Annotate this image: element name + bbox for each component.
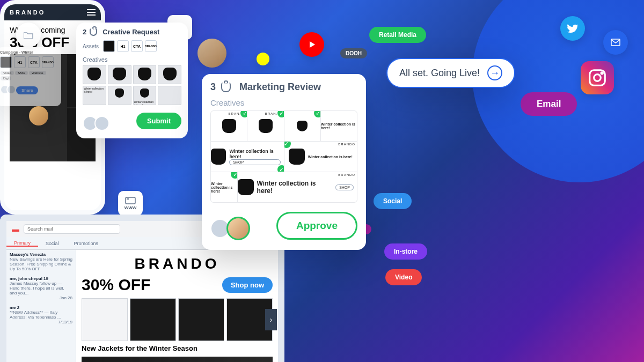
- marketing-review-card: 3 Marketing Review Creatives BRANDO✓ BRA…: [202, 74, 366, 250]
- review-avatars: [210, 217, 250, 240]
- bell-icon: [221, 83, 231, 92]
- dooh-pill: DOOH: [340, 48, 367, 58]
- in-store-pill: In-store: [384, 243, 427, 260]
- going-live-text: All set. Going Live!: [399, 68, 480, 79]
- asset-chip-h1: H1: [117, 40, 129, 52]
- creative-request-card: 2 Creative Request Assets H1 CTA BRANDO …: [76, 23, 188, 138]
- caption-text: New Jackets for the Winter Season: [82, 344, 273, 352]
- twitter-icon: [560, 16, 585, 41]
- video-hero[interactable]: Winter is coming Shop the latest seasona…: [82, 357, 273, 362]
- marketing-review-title: Marketing Review: [239, 82, 321, 93]
- campaign-title: Campaign - Winter: [0, 50, 58, 54]
- hamburger-icon[interactable]: [87, 12, 96, 13]
- campaign-bg-card: Campaign - Winter H1CTABRANDO VideoSMGWe…: [0, 47, 61, 106]
- discount-text: 30% OFF: [82, 276, 150, 294]
- svg-point-7: [127, 198, 128, 199]
- creative-request-count: 2: [83, 28, 86, 36]
- submit-button[interactable]: Submit: [136, 113, 181, 129]
- mail-icon: [603, 30, 628, 55]
- inbox-list: Massey's VeneziaNew Savings are Here for…: [6, 250, 76, 362]
- avatar-reviewer-1: [197, 39, 226, 68]
- snapchat-icon: [257, 53, 269, 65]
- bell-icon: [90, 28, 97, 36]
- svg-point-8: [128, 198, 129, 199]
- social-pill: Social: [374, 193, 412, 209]
- instagram-icon: [581, 61, 614, 94]
- review-count: 3: [210, 82, 216, 93]
- email-preview: BRANDO 30% OFF Shop now › New Jackets fo…: [76, 250, 278, 362]
- jacket-carousel[interactable]: ›: [82, 298, 273, 341]
- svg-rect-0: [611, 39, 620, 46]
- email-brand: BRANDO: [82, 255, 273, 272]
- inbox-row[interactable]: me 2**NEW Address** — Italy Address: Via…: [6, 303, 76, 327]
- svg-point-3: [601, 72, 603, 74]
- retail-media-pill: Retail Media: [369, 27, 426, 43]
- asset-chip-cta: CTA: [131, 40, 143, 52]
- share-button[interactable]: Share: [16, 86, 38, 94]
- shop-now-button[interactable]: Shop now: [222, 277, 273, 293]
- phone-brand: BRANDO: [10, 9, 45, 16]
- inbox-row[interactable]: me, john chepul 19James Massey follow up…: [6, 274, 76, 303]
- review-grid: BRANDO✓ BRANDO✓ ✓ Winter collection is h…: [210, 110, 357, 203]
- www-badge: WWW: [118, 191, 143, 216]
- tab-primary[interactable]: Primary: [6, 240, 38, 247]
- asset-chip-brand: BRANDO: [145, 40, 157, 52]
- email-pill: Email: [521, 92, 577, 116]
- asset-chip-image: [103, 40, 115, 52]
- video-pill: Video: [385, 269, 422, 285]
- arrow-right-icon: →: [487, 65, 502, 80]
- going-live-status: All set. Going Live! →: [386, 58, 515, 88]
- assets-label: Assets: [83, 43, 99, 49]
- creative-request-title: Creative Request: [103, 28, 159, 36]
- carousel-next-icon[interactable]: ›: [265, 309, 277, 330]
- tab-promotions[interactable]: Promotions: [67, 241, 106, 246]
- inbox-row[interactable]: Massey's VeneziaNew Savings are Here for…: [6, 250, 76, 274]
- approve-button[interactable]: Approve: [276, 212, 357, 240]
- search-input[interactable]: [24, 224, 120, 234]
- request-avatars: [83, 116, 109, 131]
- svg-point-2: [594, 75, 601, 82]
- creative-thumbnails: Winter collection is here!Winter collect…: [83, 65, 181, 105]
- creatives-label: Creatives: [210, 98, 357, 107]
- tab-social[interactable]: Social: [38, 241, 67, 246]
- youtube-icon: [299, 32, 324, 57]
- folder-icon: [16, 23, 41, 47]
- avatar-small: [29, 106, 48, 125]
- creatives-label: Creatives: [83, 56, 181, 63]
